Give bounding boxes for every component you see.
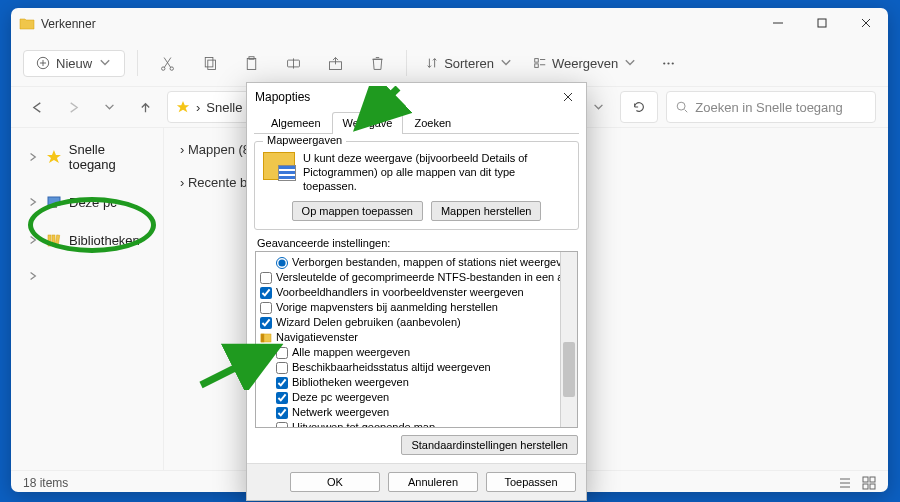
details-view-icon[interactable]	[838, 476, 852, 490]
sidebar-item-network[interactable]	[11, 268, 163, 284]
sidebar-item-this-pc[interactable]: Deze pc	[11, 192, 163, 212]
svg-rect-20	[55, 235, 60, 246]
dialog-tabs: Algemeen Weergave Zoeken	[254, 111, 579, 134]
maximize-button[interactable]	[800, 8, 844, 38]
checkbox-restore[interactable]	[260, 302, 272, 314]
forward-button[interactable]	[59, 93, 87, 121]
svg-rect-5	[207, 60, 215, 69]
address-chevron[interactable]	[584, 93, 612, 121]
sidebar-label: Bibliotheken	[69, 233, 140, 248]
share-button[interactable]	[318, 46, 352, 80]
rename-button[interactable]	[276, 46, 310, 80]
svg-rect-0	[818, 19, 826, 27]
window-title: Verkenner	[41, 17, 96, 31]
adv-item-wizard[interactable]: Wizard Delen gebruiken (aanbevolen)	[258, 315, 558, 330]
reset-folders-button[interactable]: Mappen herstellen	[431, 201, 542, 221]
star-icon	[176, 100, 190, 114]
restore-defaults-button[interactable]: Standaardinstellingen herstellen	[401, 435, 578, 455]
checkbox-all-folders[interactable]	[276, 347, 288, 359]
svg-rect-22	[870, 477, 875, 482]
folder-views-group: Mapweergaven U kunt deze weergave (bijvo…	[254, 141, 579, 230]
svg-rect-21	[863, 477, 868, 482]
folder-views-icon	[263, 152, 295, 180]
checkbox-wizard[interactable]	[260, 317, 272, 329]
window-controls	[756, 8, 888, 38]
apply-to-folders-button[interactable]: Op mappen toepassen	[292, 201, 423, 221]
chevron-down-icon	[623, 56, 637, 70]
svg-rect-26	[261, 334, 264, 342]
adv-item-preview[interactable]: Voorbeeldhandlers in voorbeeldvenster we…	[258, 285, 558, 300]
svg-rect-19	[52, 235, 55, 246]
ok-button[interactable]: OK	[290, 472, 380, 492]
chevron-right-icon	[27, 234, 39, 246]
folder-views-desc: U kunt deze weergave (bijvoorbeeld Detai…	[303, 152, 570, 193]
path-separator: ›	[196, 100, 200, 115]
sidebar-label: Snelle toegang	[69, 142, 155, 172]
adv-item-hidden[interactable]: Verborgen bestanden, mappen of stations …	[258, 255, 558, 270]
view-icon	[533, 56, 547, 70]
adv-item-pc[interactable]: Deze pc weergeven	[258, 390, 558, 405]
adv-item-encrypted[interactable]: Versleutelde of gecomprimeerde NTFS-best…	[258, 270, 558, 285]
svg-rect-17	[51, 206, 57, 208]
svg-rect-7	[249, 56, 254, 59]
view-label: Weergeven	[552, 56, 618, 71]
adv-nav-header: Navigatievenster	[258, 330, 558, 345]
dialog-close-button[interactable]	[558, 87, 578, 107]
search-icon	[675, 100, 689, 114]
chevron-right-icon	[27, 196, 39, 208]
svg-rect-11	[535, 64, 539, 68]
chevron-right-icon	[27, 151, 39, 163]
copy-button[interactable]	[192, 46, 226, 80]
checkbox-libraries[interactable]	[276, 377, 288, 389]
adv-item-expand[interactable]: Uitvouwen tot geopende map	[258, 420, 558, 427]
adv-item-restore[interactable]: Vorige mapvensters bij aanmelding herste…	[258, 300, 558, 315]
adv-scrollbar[interactable]	[560, 252, 577, 427]
adv-item-libraries[interactable]: Bibliotheken weergeven	[258, 375, 558, 390]
svg-point-15	[678, 102, 686, 110]
recent-locations-button[interactable]	[95, 93, 123, 121]
checkbox-expand[interactable]	[276, 422, 288, 428]
cancel-button[interactable]: Annuleren	[388, 472, 478, 492]
refresh-button[interactable]	[620, 91, 658, 123]
radio-hidden[interactable]	[276, 257, 288, 269]
checkbox-network[interactable]	[276, 407, 288, 419]
chevron-down-icon	[499, 56, 513, 70]
minimize-button[interactable]	[756, 8, 800, 38]
sidebar: Snelle toegang Deze pc Bibliotheken	[11, 128, 164, 470]
sidebar-label: Deze pc	[69, 195, 117, 210]
svg-rect-16	[48, 197, 60, 205]
delete-button[interactable]	[360, 46, 394, 80]
checkbox-availability[interactable]	[276, 362, 288, 374]
chevron-right-icon	[27, 270, 39, 282]
tab-search[interactable]: Zoeken	[403, 112, 462, 134]
sort-button[interactable]: Sorteren	[419, 56, 519, 71]
adv-item-availability[interactable]: Beschikbaarheidsstatus altijd weergeven	[258, 360, 558, 375]
adv-item-all-folders[interactable]: Alle mappen weergeven	[258, 345, 558, 360]
paste-button[interactable]	[234, 46, 268, 80]
up-button[interactable]	[131, 93, 159, 121]
svg-point-14	[671, 62, 673, 64]
more-button[interactable]	[651, 46, 685, 80]
view-button[interactable]: Weergeven	[527, 56, 643, 71]
tab-view[interactable]: Weergave	[332, 112, 404, 134]
svg-rect-18	[48, 235, 51, 246]
advanced-settings-list: Verborgen bestanden, mappen of stations …	[255, 251, 578, 428]
back-button[interactable]	[23, 93, 51, 121]
sort-label: Sorteren	[444, 56, 494, 71]
new-button[interactable]: Nieuw	[23, 50, 125, 77]
thumbnails-view-icon[interactable]	[862, 476, 876, 490]
adv-item-network[interactable]: Netwerk weergeven	[258, 405, 558, 420]
plus-circle-icon	[36, 56, 50, 70]
chevron-down-icon	[98, 56, 112, 70]
sidebar-item-libraries[interactable]: Bibliotheken	[11, 226, 163, 254]
checkbox-pc[interactable]	[276, 392, 288, 404]
checkbox-preview[interactable]	[260, 287, 272, 299]
apply-button[interactable]: Toepassen	[486, 472, 576, 492]
checkbox-encrypted[interactable]	[260, 272, 272, 284]
cut-button[interactable]	[150, 46, 184, 80]
svg-rect-4	[205, 57, 213, 66]
tab-general[interactable]: Algemeen	[260, 112, 332, 134]
search-field[interactable]: Zoeken in Snelle toegang	[666, 91, 876, 123]
sidebar-item-quick-access[interactable]: Snelle toegang	[11, 136, 163, 178]
close-button[interactable]	[844, 8, 888, 38]
